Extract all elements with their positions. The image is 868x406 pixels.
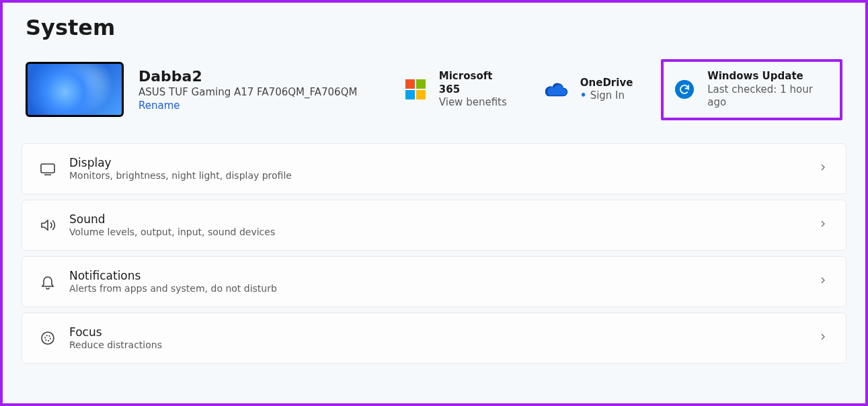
row-notifications-sub: Alerts from apps and system, do not dist… xyxy=(69,283,818,294)
focus-icon xyxy=(40,330,69,346)
row-notifications[interactable]: Notifications Alerts from apps and syste… xyxy=(22,256,846,307)
row-sound-title: Sound xyxy=(69,212,818,226)
row-display-title: Display xyxy=(69,156,818,169)
onedrive-card[interactable]: OneDrive Sign In xyxy=(543,75,636,104)
settings-list: Display Monitors, brightness, night ligh… xyxy=(22,143,846,364)
display-icon xyxy=(40,161,69,177)
row-sound-sub: Volume levels, output, input, sound devi… xyxy=(69,227,818,237)
m365-title: Microsoft 365 xyxy=(439,70,514,96)
update-sub: Last checked: 1 hour ago xyxy=(707,83,830,110)
chevron-right-icon xyxy=(818,162,828,175)
sound-icon xyxy=(40,217,69,233)
update-icon xyxy=(673,78,695,101)
row-focus[interactable]: Focus Reduce distractions xyxy=(22,313,846,364)
row-display-sub: Monitors, brightness, night light, displ… xyxy=(69,170,818,181)
page-title: System xyxy=(26,15,846,40)
svg-point-4 xyxy=(45,335,50,341)
onedrive-icon xyxy=(545,78,568,101)
chevron-right-icon xyxy=(818,275,828,288)
chevron-right-icon xyxy=(818,218,828,232)
windows-update-card[interactable]: Windows Update Last checked: 1 hour ago xyxy=(661,59,842,120)
svg-marker-2 xyxy=(42,220,48,230)
rename-link[interactable]: Rename xyxy=(139,99,357,112)
row-notifications-title: Notifications xyxy=(69,269,818,282)
row-display[interactable]: Display Monitors, brightness, night ligh… xyxy=(22,143,846,194)
row-focus-title: Focus xyxy=(69,325,818,339)
onedrive-title: OneDrive xyxy=(580,77,633,90)
onedrive-sub: Sign In xyxy=(580,89,633,103)
system-header: Dabba2 ASUS TUF Gaming A17 FA706QM_FA706… xyxy=(22,59,846,120)
microsoft-logo-icon xyxy=(405,78,427,101)
svg-rect-0 xyxy=(41,164,54,173)
m365-sub: View benefits xyxy=(439,96,514,110)
row-sound[interactable]: Sound Volume levels, output, input, soun… xyxy=(22,200,846,251)
row-focus-sub: Reduce distractions xyxy=(69,339,818,350)
microsoft-365-card[interactable]: Microsoft 365 View benefits xyxy=(402,69,517,111)
bell-icon xyxy=(40,274,69,290)
device-thumbnail xyxy=(26,62,124,117)
update-title: Windows Update xyxy=(707,70,830,83)
settings-system-page: System Dabba2 ASUS TUF Gaming A17 FA706Q… xyxy=(0,0,868,406)
device-info-block[interactable]: Dabba2 ASUS TUF Gaming A17 FA706QM_FA706… xyxy=(26,62,402,117)
svg-point-3 xyxy=(42,332,54,344)
device-name: Dabba2 xyxy=(139,68,357,85)
chevron-right-icon xyxy=(818,331,828,345)
device-model: ASUS TUF Gaming A17 FA706QM_FA706QM xyxy=(139,86,357,98)
